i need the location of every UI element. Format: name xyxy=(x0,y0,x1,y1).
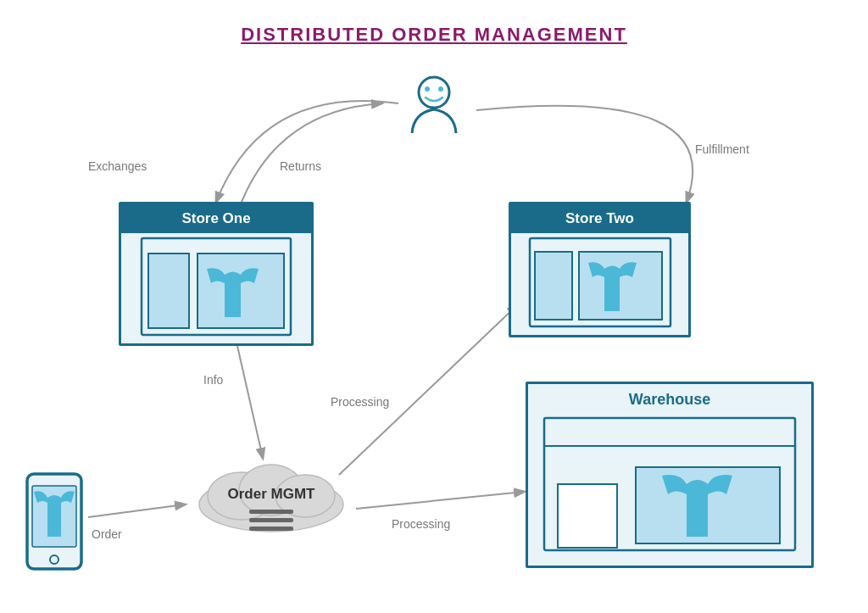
svg-rect-4 xyxy=(148,254,189,328)
person-icon xyxy=(403,72,465,133)
diagram-container: DISTRIBUTED ORDER MANAGEMENT xyxy=(0,0,868,613)
cloud-lines-icon xyxy=(228,506,315,540)
warehouse-header: Warehouse xyxy=(528,384,811,412)
svg-rect-20 xyxy=(249,510,293,514)
svg-rect-7 xyxy=(535,252,572,320)
svg-point-2 xyxy=(438,86,443,92)
svg-rect-22 xyxy=(249,527,293,531)
info-label: Info xyxy=(203,373,223,387)
cloud-label: Order MGMT xyxy=(228,486,315,503)
phone-icon xyxy=(24,471,85,572)
store-two-box: Store Two xyxy=(509,202,691,337)
page-title: DISTRIBUTED ORDER MANAGEMENT xyxy=(241,24,627,46)
store-one-header: Store One xyxy=(121,204,311,233)
svg-rect-11 xyxy=(558,484,617,548)
fulfillment-label: Fulfillment xyxy=(695,142,749,156)
cloud-box: Order MGMT xyxy=(186,449,356,560)
svg-rect-21 xyxy=(249,518,293,522)
svg-point-0 xyxy=(419,77,449,108)
order-label: Order xyxy=(92,527,122,541)
store-one-body xyxy=(121,233,311,340)
store-two-header: Store Two xyxy=(511,204,688,233)
store-one-box: Store One xyxy=(119,202,314,346)
exchanges-label: Exchanges xyxy=(88,159,147,173)
svg-rect-8 xyxy=(579,252,662,320)
processing-right-label: Processing xyxy=(392,517,450,531)
returns-label: Returns xyxy=(280,159,321,173)
store-two-body xyxy=(511,233,688,332)
processing-up-label: Processing xyxy=(331,395,389,409)
warehouse-box: Warehouse xyxy=(526,382,814,568)
warehouse-body xyxy=(528,412,811,556)
svg-point-1 xyxy=(425,86,430,92)
